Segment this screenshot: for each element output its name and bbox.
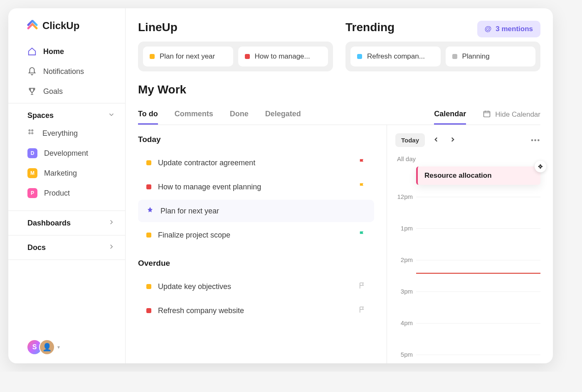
mentions-badge[interactable]: @ 3 mentions [477,21,540,37]
task-item[interactable]: Finalize project scope [138,224,374,246]
card-label: Planning [462,52,490,61]
time-label: 2pm [395,256,416,263]
grid-line [416,197,540,197]
grid-line [416,260,540,260]
status-dot [245,54,250,59]
group-today-label: Today [138,135,374,144]
space-item-product[interactable]: P Product [8,183,125,203]
card-label: Refresh compan... [367,52,425,61]
nav-item-goals[interactable]: Goals [8,81,125,101]
hide-calendar-button[interactable]: Hide Calendar [483,110,540,120]
overdue-task-list: Update key objectives Refresh company we… [138,275,374,322]
app-window: ClickUp Home Notifications Goals Spaces [8,8,553,363]
lineup-cards: Plan for next year How to manage... [138,42,333,71]
current-time-indicator [416,273,540,274]
task-label: Update key objectives [158,282,352,291]
svg-point-3 [32,132,33,134]
work-tabs: To do Comments Done Delegated [138,105,301,125]
bell-icon [27,67,37,76]
space-label: Product [44,189,70,198]
hide-calendar-label: Hide Calendar [495,110,540,119]
time-row: 3pm [395,288,540,319]
content-row: Today Update contractor agreement How to… [138,125,540,363]
next-button[interactable] [447,134,458,147]
nav-item-notifications[interactable]: Notifications [8,61,125,81]
svg-point-2 [29,132,30,134]
time-row: 12pm [395,193,540,225]
time-row: 4pm [395,319,540,351]
trending-card[interactable]: Refresh compan... [350,47,441,66]
task-label: Refresh company website [158,306,352,315]
task-item[interactable]: Plan for next year [138,200,374,222]
avatar: 👤 [39,339,55,355]
pin-icon [146,206,154,216]
today-task-list: Update contractor agreement How to manag… [138,152,374,246]
lineup-card[interactable]: Plan for next year [143,47,233,66]
status-dot [452,54,457,59]
task-item[interactable]: How to manage event planning [138,176,374,198]
tab-comments[interactable]: Comments [175,105,213,125]
space-badge: P [27,188,37,198]
grid-icon [27,128,36,138]
at-icon: @ [485,25,492,33]
task-item[interactable]: Update key objectives [138,275,374,298]
tab-todo[interactable]: To do [138,105,158,125]
clickup-logo-icon [27,20,38,32]
flag-icon[interactable] [358,230,366,240]
prev-button[interactable] [431,134,441,147]
grid-line [416,292,540,292]
everything-label: Everything [42,129,78,138]
nav-label: Notifications [43,67,84,76]
group-overdue-label: Overdue [138,259,374,268]
flag-icon[interactable] [358,282,366,291]
nav-item-home[interactable]: Home [8,42,125,61]
status-dot [146,184,151,189]
spaces-header[interactable]: Spaces [8,111,125,123]
calendar-column: Today ••• All day Resource allocation ✥ … [387,125,540,363]
time-label: 3pm [395,288,416,295]
mywork-heading: My Work [138,83,540,96]
trophy-icon [27,87,37,96]
tab-delegated[interactable]: Delegated [265,105,301,125]
space-item-development[interactable]: D Development [8,143,125,163]
chevron-down-icon [108,111,115,120]
space-label: Development [44,149,88,158]
spaces-title: Spaces [27,111,54,120]
lineup-card[interactable]: How to manage... [238,47,328,66]
today-button[interactable]: Today [395,133,425,147]
dashboards-row[interactable]: Dashboards [8,211,125,235]
lineup-section: LineUp Plan for next year How to manage.… [138,21,333,71]
everything-item[interactable]: Everything [8,123,125,143]
task-label: Finalize project scope [158,231,352,240]
docs-label: Docs [27,243,46,252]
tab-done[interactable]: Done [230,105,249,125]
event-label: Resource allocation [424,172,492,179]
flag-icon[interactable] [358,158,366,167]
avatar-stack[interactable]: S 👤 [27,339,55,355]
flag-icon[interactable] [358,306,366,315]
flag-icon[interactable] [358,182,366,191]
calendar-event[interactable]: Resource allocation ✥ [416,167,540,185]
tabs-row: To do Comments Done Delegated Calendar H… [138,105,540,125]
chevron-right-icon [108,243,115,252]
card-label: Plan for next year [160,52,215,61]
grid-line [416,355,540,355]
trending-card[interactable]: Planning [446,47,536,66]
time-row: 5pm [395,351,540,363]
move-handle-icon[interactable]: ✥ [535,161,546,172]
space-item-marketing[interactable]: M Marketing [8,163,125,183]
time-grid: 12pm 1pm 2pm 3pm 4pm 5pm [395,193,540,363]
docs-row[interactable]: Docs [8,235,125,260]
time-label: 4pm [395,319,416,326]
tab-calendar[interactable]: Calendar [434,105,466,125]
caret-down-icon[interactable]: ▾ [57,344,60,350]
svg-point-1 [32,130,33,131]
task-item[interactable]: Update contractor agreement [138,152,374,174]
status-dot [357,54,362,59]
task-item[interactable]: Refresh company website [138,299,374,322]
logo-text: ClickUp [42,20,79,32]
logo[interactable]: ClickUp [8,8,125,40]
calendar-header: Today ••• [395,133,540,147]
calendar-icon [483,110,491,120]
more-button[interactable]: ••• [531,137,540,144]
